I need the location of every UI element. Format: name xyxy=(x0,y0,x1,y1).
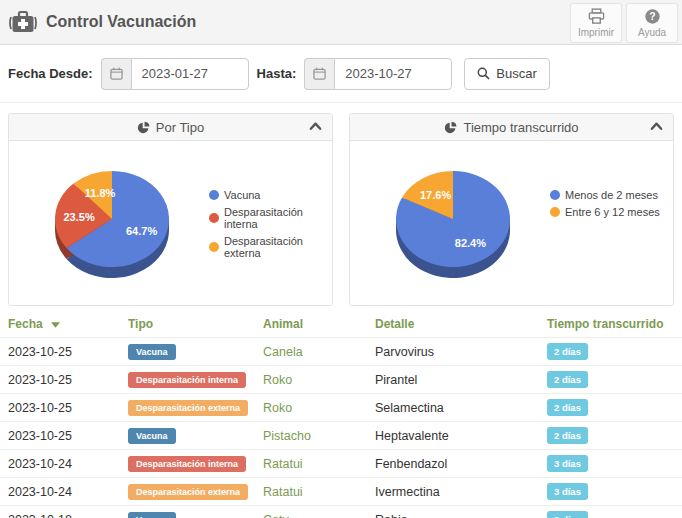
legend-por-tipo: Vacuna Desparasitación interna Desparasi… xyxy=(209,189,332,259)
records-table: Fecha Tipo Animal Detalle Tiempo transcu… xyxy=(0,310,682,518)
column-header-animal[interactable]: Animal xyxy=(255,310,367,338)
panel-tiempo-body: 82.4%17.6% Menos de 2 meses Entre 6 y 12… xyxy=(350,141,673,305)
cell-fecha: 2023-10-25 xyxy=(0,422,120,450)
table-row: 2023-10-24 Desparasitación externa Ratat… xyxy=(0,478,682,506)
svg-text:23.5%: 23.5% xyxy=(63,211,94,223)
cell-fecha: 2023-10-25 xyxy=(0,366,120,394)
tiempo-badge: 2 días xyxy=(547,343,588,360)
legend-label: Entre 6 y 12 meses xyxy=(565,206,660,218)
cell-detalle: Heptavalente xyxy=(367,422,539,450)
cell-tipo: Desparasitación interna xyxy=(120,366,255,394)
column-header-detalle[interactable]: Detalle xyxy=(367,310,539,338)
panel-por-tipo: Por Tipo 64.7%23.5%11.8% Vacuna Desparas… xyxy=(8,113,333,306)
cell-animal: Canela xyxy=(255,338,367,366)
legend-item: Entre 6 y 12 meses xyxy=(550,206,660,218)
date-from-group xyxy=(101,58,249,90)
date-to-label: Hasta: xyxy=(257,66,297,81)
tipo-badge: Vacuna xyxy=(128,428,176,444)
cell-tiempo: 2 días xyxy=(539,338,682,366)
legend-color-dot xyxy=(209,213,219,223)
cell-tipo: Vacuna xyxy=(120,422,255,450)
search-button[interactable]: Buscar xyxy=(464,58,549,90)
cell-tipo: Desparasitación externa xyxy=(120,478,255,506)
tipo-badge: Desparasitación externa xyxy=(128,484,248,500)
cell-detalle: Selamectina xyxy=(367,394,539,422)
tiempo-badge: 2 días xyxy=(547,371,588,388)
cell-animal: Caty xyxy=(255,506,367,518)
legend-color-dot xyxy=(209,242,219,252)
legend-tiempo: Menos de 2 meses Entre 6 y 12 meses xyxy=(550,189,660,218)
table-row: 2023-10-25 Desparasitación interna Roko … xyxy=(0,366,682,394)
cell-tipo: Desparasitación interna xyxy=(120,450,255,478)
table-row: 2023-10-25 Vacuna Canela Parvovirus 2 dí… xyxy=(0,338,682,366)
legend-color-dot xyxy=(209,190,219,200)
pie-chart-icon xyxy=(137,121,150,134)
help-icon: ? xyxy=(644,8,661,25)
panel-title: Tiempo transcurrido xyxy=(463,120,578,135)
records-table-section: Fecha Tipo Animal Detalle Tiempo transcu… xyxy=(0,310,682,518)
search-button-label: Buscar xyxy=(496,66,536,81)
panel-por-tipo-body: 64.7%23.5%11.8% Vacuna Desparasitación i… xyxy=(9,141,332,305)
print-button-label: Imprimir xyxy=(578,27,614,38)
cell-animal: Ratatui xyxy=(255,478,367,506)
tiempo-badge: 3 días xyxy=(547,455,588,472)
column-header-tipo[interactable]: Tipo xyxy=(120,310,255,338)
date-filter-bar: Fecha Desde: Hasta: Buscar xyxy=(0,45,682,103)
svg-text:17.6%: 17.6% xyxy=(420,189,451,201)
cell-animal: Roko xyxy=(255,394,367,422)
svg-text:11.8%: 11.8% xyxy=(85,187,116,199)
legend-item: Vacuna xyxy=(209,189,332,201)
date-from-input[interactable] xyxy=(131,58,249,90)
chevron-up-icon[interactable] xyxy=(309,121,322,131)
chevron-up-icon[interactable] xyxy=(650,121,663,131)
search-icon xyxy=(477,67,490,80)
svg-text:64.7%: 64.7% xyxy=(126,225,157,237)
help-button-label: Ayuda xyxy=(638,27,666,38)
cell-tipo: Vacuna xyxy=(120,338,255,366)
legend-label: Desparasitación externa xyxy=(224,235,332,259)
cell-tiempo: 9 días xyxy=(539,506,682,518)
tipo-badge: Desparasitación interna xyxy=(128,456,246,472)
legend-item: Desparasitación externa xyxy=(209,235,332,259)
panel-title: Por Tipo xyxy=(156,120,204,135)
tiempo-badge: 9 días xyxy=(547,511,588,518)
legend-label: Desparasitación interna xyxy=(224,206,332,230)
date-from-label: Fecha Desde: xyxy=(8,66,93,81)
column-header-tiempo[interactable]: Tiempo transcurrido xyxy=(539,310,682,338)
legend-label: Vacuna xyxy=(224,189,261,201)
table-row: 2023-10-25 Vacuna Pistacho Heptavalente … xyxy=(0,422,682,450)
cell-fecha: 2023-10-24 xyxy=(0,478,120,506)
cell-animal: Pistacho xyxy=(255,422,367,450)
pie-chart-tiempo: 82.4%17.6% xyxy=(350,141,674,305)
svg-text:82.4%: 82.4% xyxy=(455,237,486,249)
tipo-badge: Vacuna xyxy=(128,512,176,518)
cell-animal: Roko xyxy=(255,366,367,394)
column-header-fecha[interactable]: Fecha xyxy=(0,310,120,338)
cell-detalle: Rabia xyxy=(367,506,539,518)
cell-tiempo: 2 días xyxy=(539,422,682,450)
calendar-icon xyxy=(101,58,131,90)
help-button[interactable]: ? Ayuda xyxy=(626,3,678,43)
sort-desc-icon xyxy=(51,322,60,328)
date-to-input[interactable] xyxy=(334,58,452,90)
cell-fecha: 2023-10-18 xyxy=(0,506,120,518)
legend-label: Menos de 2 meses xyxy=(565,189,658,201)
cell-detalle: Ivermectina xyxy=(367,478,539,506)
table-row: 2023-10-18 Vacuna Caty Rabia 9 días xyxy=(0,506,682,518)
cell-tiempo: 2 días xyxy=(539,366,682,394)
print-button[interactable]: Imprimir xyxy=(570,3,622,43)
medkit-icon xyxy=(8,9,38,36)
tipo-badge: Vacuna xyxy=(128,344,176,360)
cell-tipo: Desparasitación externa xyxy=(120,394,255,422)
panel-tiempo-header[interactable]: Tiempo transcurrido xyxy=(350,114,673,141)
panel-por-tipo-header[interactable]: Por Tipo xyxy=(9,114,332,141)
tiempo-badge: 2 días xyxy=(547,399,588,416)
cell-animal: Ratatui xyxy=(255,450,367,478)
tipo-badge: Desparasitación interna xyxy=(128,372,246,388)
calendar-icon xyxy=(304,58,334,90)
table-row: 2023-10-25 Desparasitación externa Roko … xyxy=(0,394,682,422)
printer-icon xyxy=(588,8,605,25)
legend-item: Menos de 2 meses xyxy=(550,189,660,201)
legend-color-dot xyxy=(550,207,560,217)
tiempo-badge: 3 días xyxy=(547,483,588,500)
